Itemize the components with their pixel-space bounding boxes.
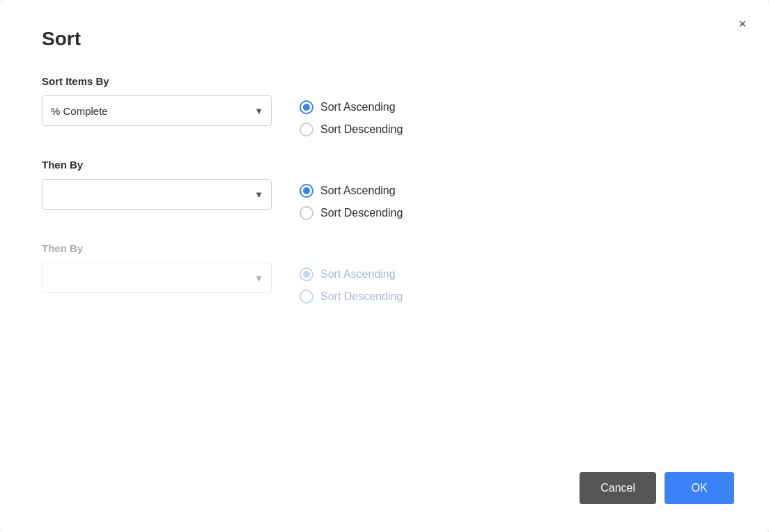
sort-descending-label-3: Sort Descending: [320, 290, 403, 303]
then-by-label-2: Then By: [42, 242, 272, 254]
sort-left-3: Then By Name Due Date Priority ▼: [42, 242, 272, 293]
then-by-select-2[interactable]: Name Due Date Priority: [42, 263, 272, 293]
radio-ascending-2[interactable]: [300, 184, 313, 198]
radio-descending-2[interactable]: [300, 206, 313, 220]
sort-left-1: Sort Items By % Complete Name Due Date P…: [42, 75, 272, 126]
ok-button[interactable]: OK: [665, 472, 734, 504]
sort-select-wrapper-2: Name Due Date Priority ▼: [42, 179, 272, 210]
radio-descending-3: [300, 290, 313, 304]
radio-ascending-1[interactable]: [300, 100, 313, 114]
sort-descending-label-2: Sort Descending: [320, 207, 403, 219]
sort-left-2: Then By Name Due Date Priority ▼: [42, 159, 272, 210]
sort-right-3: Sort Ascending Sort Descending: [300, 242, 403, 304]
sort-section-2: Then By Name Due Date Priority ▼ Sort As…: [42, 159, 734, 220]
sort-ascending-option-2[interactable]: Sort Ascending: [300, 184, 403, 198]
sort-right-2: Sort Ascending Sort Descending: [300, 159, 403, 220]
dialog-buttons: Cancel OK: [42, 458, 734, 504]
sort-ascending-label-3: Sort Ascending: [320, 268, 396, 281]
then-by-select-1[interactable]: Name Due Date Priority: [42, 179, 272, 210]
radio-ascending-3: [300, 267, 313, 281]
close-button[interactable]: ×: [733, 14, 752, 33]
sort-section-1: Sort Items By % Complete Name Due Date P…: [42, 75, 734, 136]
radio-descending-1[interactable]: [300, 123, 313, 136]
sort-ascending-label-2: Sort Ascending: [320, 185, 396, 197]
sort-section-3: Then By Name Due Date Priority ▼ Sort As…: [42, 242, 734, 304]
sort-descending-label-1: Sort Descending: [320, 123, 403, 136]
sort-items-by-label: Sort Items By: [42, 75, 272, 87]
dialog-title: Sort: [42, 28, 734, 50]
sort-descending-option-2[interactable]: Sort Descending: [300, 206, 403, 220]
cancel-button[interactable]: Cancel: [580, 472, 656, 504]
sort-select-wrapper-3: Name Due Date Priority ▼: [42, 263, 272, 293]
sort-right-1: Sort Ascending Sort Descending: [300, 75, 403, 136]
sort-items-by-select[interactable]: % Complete Name Due Date Priority: [42, 95, 272, 126]
sort-select-wrapper-1: % Complete Name Due Date Priority ▼: [42, 95, 272, 126]
sort-ascending-label-1: Sort Ascending: [320, 101, 396, 114]
sort-descending-option-3: Sort Descending: [300, 290, 403, 304]
then-by-label-1: Then By: [42, 159, 272, 171]
sort-ascending-option-1[interactable]: Sort Ascending: [300, 100, 403, 114]
sort-dialog: × Sort Sort Items By % Complete Name Due…: [0, 0, 769, 532]
sort-ascending-option-3: Sort Ascending: [300, 267, 403, 281]
sort-descending-option-1[interactable]: Sort Descending: [300, 123, 403, 136]
